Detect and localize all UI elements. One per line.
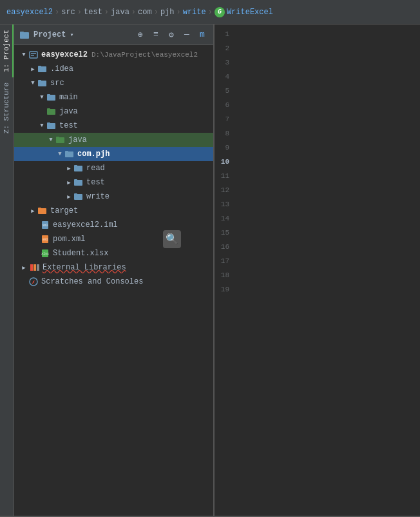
line-7: 7 (215, 112, 232, 126)
side-tabs: 1: Project Z: Structure (0, 24, 14, 516)
breadcrumb-sep-7: › (208, 8, 213, 17)
scratches-icon: ✗ (28, 277, 39, 287)
breadcrumb-sep-4: › (131, 8, 136, 17)
main-folder-icon (46, 92, 57, 102)
tree-label-write: write (86, 192, 110, 201)
tree-item-pom-xml[interactable]: xml pom.xml 🔍 (14, 232, 213, 246)
line-14: 14 (215, 211, 232, 226)
tree-item-iml[interactable]: iml easyexcel2.iml (14, 218, 213, 232)
arrow-idea: ▶ (28, 64, 37, 73)
line-2: 2 (215, 41, 232, 55)
svg-rect-16 (56, 137, 59, 139)
breadcrumb-src[interactable]: src (61, 8, 75, 17)
tree-item-xlsx[interactable]: xlsx Student.xlsx (14, 246, 213, 260)
line-16: 16 (215, 240, 232, 254)
breadcrumb-easyexcel2[interactable]: easyexcel2 (6, 8, 53, 17)
breadcrumb-sep-1: › (55, 8, 59, 17)
tree-item-java-main[interactable]: java (14, 104, 213, 119)
line-8: 8 (215, 126, 232, 141)
xml-icon: xml (40, 234, 50, 244)
search-overlay-button[interactable]: 🔍 (163, 230, 181, 248)
test-pkg-folder-icon (73, 177, 84, 188)
svg-rect-34 (33, 264, 36, 271)
tree-item-ext-libs[interactable]: ▶ External Libraries (14, 260, 213, 275)
svg-rect-22 (74, 179, 77, 181)
breadcrumb-sep-3: › (104, 8, 109, 17)
list-icon[interactable]: ≡ (150, 29, 162, 41)
svg-rect-1 (20, 32, 24, 34)
svg-rect-33 (30, 264, 33, 271)
svg-rect-26 (38, 208, 41, 210)
line-15: 15 (215, 226, 232, 240)
line-3: 3 (215, 55, 232, 70)
svg-rect-3 (31, 53, 36, 54)
line-1: 1 (215, 27, 232, 41)
tree-item-com-pjh[interactable]: ▼ com.pjh (14, 147, 213, 161)
tree-label-pom: pom.xml (53, 235, 85, 244)
breadcrumb-writeexcel[interactable]: WriteExcel (227, 8, 273, 17)
tree-item-main[interactable]: ▼ main (14, 90, 213, 104)
breadcrumb-java[interactable]: java (111, 8, 129, 17)
tree-item-read[interactable]: ▶ read (14, 161, 213, 175)
breadcrumb-sep-5: › (154, 8, 158, 17)
breadcrumb-com[interactable]: com (138, 8, 152, 17)
gear-icon[interactable]: ⚙ (166, 29, 177, 41)
chevron-down-icon[interactable]: ▾ (70, 31, 73, 39)
svg-text:xlsx: xlsx (41, 252, 49, 256)
target-folder-icon (37, 206, 48, 216)
arrow-java-test: ▼ (46, 135, 55, 144)
tree-item-test[interactable]: ▼ test (14, 119, 213, 133)
svg-rect-24 (74, 193, 77, 195)
line-18: 18 (215, 268, 232, 282)
arrow-write: ▶ (64, 192, 73, 201)
read-folder-icon (73, 163, 84, 173)
side-tab-structure[interactable]: Z: Structure (1, 77, 14, 139)
minimize-icon[interactable]: — (181, 29, 193, 41)
tree-label-java-test: java (68, 135, 87, 144)
svg-rect-14 (47, 122, 50, 124)
settings-wheel-icon[interactable]: ⊕ (135, 29, 146, 41)
line-9: 9 (215, 141, 232, 155)
arrow-src: ▼ (28, 79, 37, 88)
svg-rect-10 (47, 94, 50, 96)
line-13: 13 (215, 197, 232, 211)
tree-label-ext-libs: External Libraries (43, 263, 126, 272)
module-icon (28, 50, 39, 60)
breadcrumb-test[interactable]: test (84, 8, 102, 17)
tree-item-write[interactable]: ▶ write (14, 190, 213, 204)
test-folder-icon (46, 121, 57, 131)
expand-icon[interactable]: m (196, 29, 208, 41)
tree-item-scratches[interactable]: ✗ Scratches and Consoles (14, 275, 213, 289)
svg-rect-6 (38, 66, 41, 68)
tree-item-src[interactable]: ▼ src (14, 76, 213, 90)
arrow-easyexcel2: ▼ (19, 50, 28, 59)
line-numbers: 1 2 3 4 5 6 7 8 9 10 11 12 13 14 15 16 1… (214, 24, 232, 516)
tree-item-easyexcel2[interactable]: ▼ easyexcel2 D:\JavaProject\easyexcel2 (14, 48, 213, 62)
side-tab-project[interactable]: 1: Project (1, 24, 14, 77)
breadcrumb-pjh[interactable]: pjh (160, 8, 175, 17)
tree-label-main: main (59, 93, 78, 102)
arrow-target: ▶ (28, 206, 37, 215)
tree-item-idea[interactable]: ▶ .idea (14, 62, 213, 76)
arrow-test: ▼ (37, 121, 46, 130)
breadcrumb-write[interactable]: write (183, 8, 206, 17)
line-6: 6 (215, 98, 232, 112)
svg-rect-35 (37, 264, 39, 271)
svg-rect-8 (38, 80, 41, 82)
line-19: 19 (215, 282, 232, 297)
tree-label-src: src (50, 79, 64, 88)
idea-folder-icon (37, 64, 48, 74)
editor-area (232, 24, 420, 516)
arrow-ext-libs: ▶ (19, 263, 28, 272)
tree-label-xlsx: Student.xlsx (53, 249, 108, 258)
svg-rect-12 (47, 108, 50, 110)
tree-item-java-test[interactable]: ▼ java (14, 133, 213, 147)
project-tree: ▼ easyexcel2 D:\JavaProject\easyexcel2 ▶… (14, 45, 213, 516)
line-11: 11 (215, 169, 232, 183)
tree-item-target[interactable]: ▶ target (14, 204, 213, 218)
tree-item-test-pkg[interactable]: ▶ test (14, 175, 213, 190)
project-panel-header: Project ▾ ⊕ ≡ ⚙ — m (14, 24, 213, 45)
tree-label-scratches: Scratches and Consoles (41, 277, 143, 286)
src-folder-icon (37, 78, 48, 88)
com-pjh-folder-icon (64, 149, 75, 159)
